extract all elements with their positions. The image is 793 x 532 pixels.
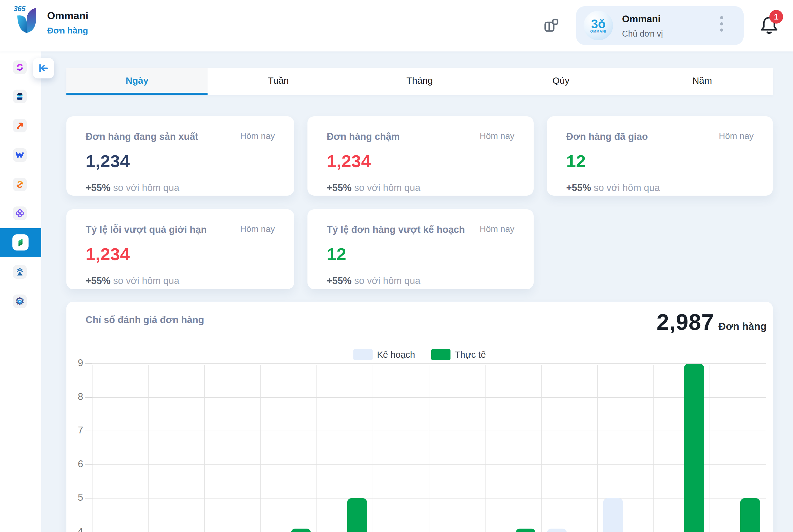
avatar: 3ŏ OMMANI <box>584 11 613 40</box>
chart-legend: Kế hoạch Thực tế <box>67 349 773 360</box>
chart-bar-thuc-te <box>291 529 311 532</box>
profile-more-menu-icon[interactable] <box>720 16 723 32</box>
svg-text:365: 365 <box>14 5 26 13</box>
waves-blue-icon <box>15 150 25 160</box>
gridline-vertical <box>429 365 429 532</box>
chart-bar-thuc-te <box>516 529 535 532</box>
axis-tick <box>85 464 92 465</box>
gridline-vertical <box>597 365 598 532</box>
y-axis-line <box>92 365 92 532</box>
y-axis-label: 6 <box>64 458 83 470</box>
avatar-logo-caption: OMMANI <box>590 30 607 33</box>
y-axis-label: 5 <box>64 492 83 503</box>
y-axis-label: 4 <box>64 526 83 532</box>
sidebar-item-tree-blue[interactable] <box>13 265 27 279</box>
axis-tick <box>85 431 92 431</box>
chart-plot-area: 987654 <box>0 0 793 532</box>
sync-magenta-icon <box>15 62 25 73</box>
database-icon <box>15 91 25 102</box>
user-role: Chủ đơn vị <box>622 29 663 39</box>
gridline-horizontal <box>92 464 766 465</box>
chart-total-number: 2,987 <box>657 309 714 335</box>
y-axis-label: 7 <box>64 425 83 436</box>
axis-tick <box>85 363 92 364</box>
gridline-vertical <box>260 365 261 532</box>
sidebar-collapse-button[interactable] <box>33 58 54 78</box>
sidebar-item-waves-blue[interactable] <box>13 148 27 162</box>
legend-swatch-plan <box>353 349 373 360</box>
layers-green-icon <box>15 236 26 248</box>
legend-label-actual: Thực tế <box>455 350 486 360</box>
gridline-vertical <box>485 365 485 532</box>
gridline-vertical <box>653 365 654 532</box>
legend-swatch-actual <box>431 349 450 360</box>
gridline-vertical <box>709 365 710 532</box>
sidebar-item-ring-s-orange[interactable] <box>13 178 27 191</box>
chart-bar-thuc-te <box>740 498 760 532</box>
ring-s-orange-icon <box>15 179 25 190</box>
gridline-horizontal <box>92 498 766 498</box>
gridline-vertical <box>316 365 317 532</box>
avatar-logo-text: 3ŏ <box>591 18 606 30</box>
sidebar-item-database[interactable] <box>13 90 27 103</box>
app-title: Ommani <box>47 10 88 22</box>
page-title: Đơn hàng <box>47 26 88 36</box>
legend-label-plan: Kế hoạch <box>377 350 415 360</box>
chart-title: Chỉ số đánh giá đơn hàng <box>86 315 204 325</box>
sidebar-item-layers-green-active[interactable] <box>0 228 41 257</box>
y-axis-label: 8 <box>64 391 83 402</box>
page-title-block: Ommani Đơn hàng <box>47 10 88 36</box>
gridline-vertical <box>148 365 149 532</box>
active-app-tile[interactable] <box>13 234 29 250</box>
chart-bar-ke-hoach <box>547 529 567 532</box>
gridline-vertical <box>373 365 373 532</box>
sidebar-item-growth-arrow[interactable] <box>13 119 27 132</box>
chart-total-unit: Đơn hàng <box>719 321 767 332</box>
app-header: 365 Ommani Đơn hàng 3ŏ OMMANI Ommani Chủ… <box>0 0 793 52</box>
notification-count-badge: 1 <box>770 10 783 23</box>
gridline-vertical <box>204 365 205 532</box>
collapse-left-arrow-icon <box>37 62 50 74</box>
knot-purple-icon <box>15 208 25 218</box>
tree-blue-icon <box>15 267 25 277</box>
gridline-vertical <box>766 365 766 532</box>
user-profile-pill[interactable]: 3ŏ OMMANI Ommani Chủ đơn vị <box>576 6 744 45</box>
chart-bar-thuc-te <box>684 364 704 532</box>
chart-bar-thuc-te <box>347 498 367 532</box>
brand-365-logo-icon: 365 <box>14 4 38 36</box>
app-switcher-icon[interactable] <box>543 17 560 34</box>
axis-tick <box>85 498 92 498</box>
sidebar-item-sync-magenta[interactable] <box>13 60 27 74</box>
gridline-horizontal <box>92 431 766 431</box>
gridline-vertical <box>541 365 542 532</box>
app-sidebar: ⚙ <box>0 52 41 532</box>
sidebar-item-knot-purple[interactable] <box>13 207 27 220</box>
user-name: Ommani <box>622 14 661 25</box>
gridline-horizontal <box>92 363 766 364</box>
notifications-button[interactable]: 1 <box>759 15 784 40</box>
settings-gear-icon: ⚙ <box>15 296 25 307</box>
chart-bar-ke-hoach <box>603 498 623 532</box>
gridline-horizontal <box>92 397 766 398</box>
growth-arrow-icon <box>15 120 25 131</box>
chart-total: 2,987 Đơn hàng <box>657 309 767 335</box>
axis-tick <box>85 397 92 398</box>
sidebar-item-settings[interactable]: ⚙ <box>13 294 27 308</box>
